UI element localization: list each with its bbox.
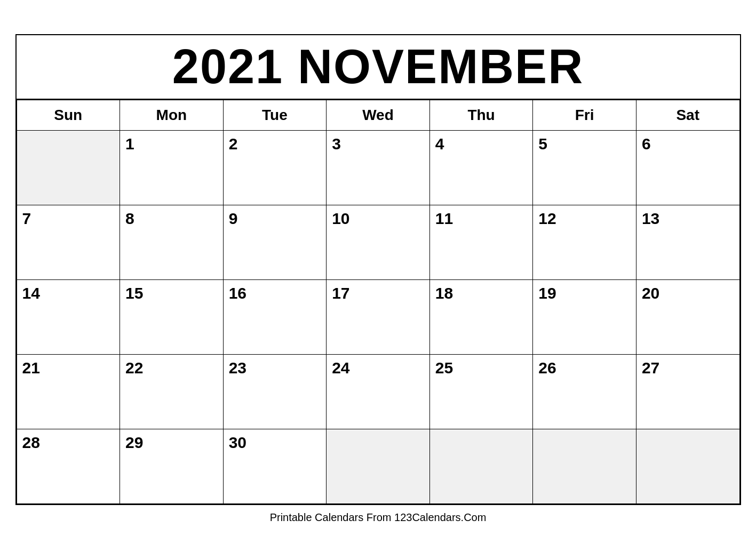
calendar-cell: 5 [533, 131, 636, 205]
calendar-cell: 6 [636, 131, 739, 205]
calendar-cell: 16 [223, 280, 327, 355]
calendar-cell: 20 [636, 280, 739, 355]
day-header-sun: Sun [17, 100, 120, 131]
days-header-row: SunMonTueWedThuFriSat [17, 100, 739, 131]
calendar-week-2: 14151617181920 [17, 280, 739, 355]
calendar-cell: 28 [17, 429, 120, 504]
calendar-cell: 27 [636, 355, 739, 429]
calendar-cell: 11 [429, 205, 533, 280]
calendar-cell: 15 [120, 280, 224, 355]
footer-text: Printable Calendars From 123Calendars.Co… [270, 505, 487, 526]
calendar-cell [327, 429, 430, 504]
calendar-week-1: 78910111213 [17, 205, 739, 280]
calendar-cell: 21 [17, 355, 120, 429]
calendar-cell: 9 [223, 205, 327, 280]
calendar-cell: 2 [223, 131, 327, 205]
calendar-week-3: 21222324252627 [17, 355, 739, 429]
calendar-container: 2021 NOVEMBER SunMonTueWedThuFriSat 1234… [15, 34, 741, 505]
calendar-cell: 23 [223, 355, 327, 429]
calendar-cell: 10 [327, 205, 430, 280]
calendar-cell: 29 [120, 429, 224, 504]
calendar-cell: 14 [17, 280, 120, 355]
calendar-week-4: 282930 [17, 429, 739, 504]
calendar-cell: 13 [636, 205, 739, 280]
calendar-cell [17, 131, 120, 205]
day-header-wed: Wed [327, 100, 430, 131]
calendar-grid: SunMonTueWedThuFriSat 123456789101112131… [17, 100, 740, 504]
calendar-cell [636, 429, 739, 504]
calendar-cell: 4 [429, 131, 533, 205]
calendar-cell: 17 [327, 280, 430, 355]
calendar-title: 2021 NOVEMBER [17, 35, 740, 100]
calendar-cell [429, 429, 533, 504]
calendar-cell: 1 [120, 131, 224, 205]
day-header-fri: Fri [533, 100, 636, 131]
day-header-sat: Sat [636, 100, 739, 131]
day-header-mon: Mon [120, 100, 224, 131]
calendar-cell: 19 [533, 280, 636, 355]
calendar-cell: 26 [533, 355, 636, 429]
calendar-cell: 25 [429, 355, 533, 429]
calendar-cell: 24 [327, 355, 430, 429]
calendar-cell: 12 [533, 205, 636, 280]
calendar-body: 1234567891011121314151617181920212223242… [17, 131, 739, 504]
calendar-cell: 22 [120, 355, 224, 429]
calendar-cell: 7 [17, 205, 120, 280]
day-header-tue: Tue [223, 100, 327, 131]
calendar-cell: 8 [120, 205, 224, 280]
day-header-thu: Thu [429, 100, 533, 131]
calendar-cell: 30 [223, 429, 327, 504]
calendar-cell [533, 429, 636, 504]
calendar-week-0: 123456 [17, 131, 739, 205]
calendar-cell: 3 [327, 131, 430, 205]
calendar-cell: 18 [429, 280, 533, 355]
